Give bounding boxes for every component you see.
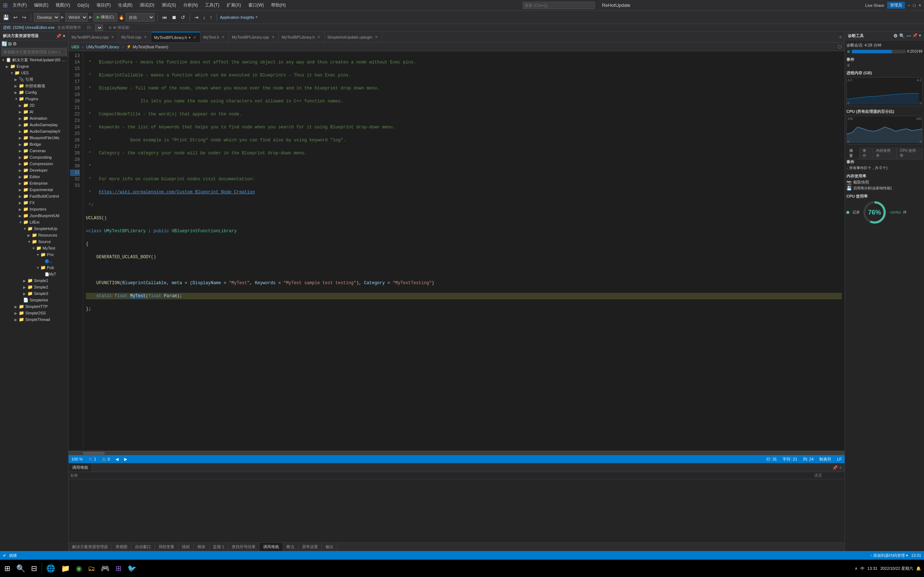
bottom-tab-callstack[interactable]: 调用堆栈 [260, 543, 283, 551]
menu-build[interactable]: 生成(B) [116, 2, 135, 9]
auto-select[interactable]: 自动 [126, 13, 155, 22]
sidebar-item-jsonbp[interactable]: ▶ 📁 JsonBlueprintUtil [0, 213, 68, 219]
tab-close-icon[interactable]: × [192, 35, 197, 40]
sidebar-item-resources[interactable]: ▶ 📁 Resources [0, 232, 68, 239]
tab-overflow-icon[interactable]: ≡ [839, 35, 842, 40]
panel-close-icon[interactable]: × [839, 465, 842, 470]
diag-more-icon[interactable]: ⋯ [906, 33, 911, 39]
menu-test[interactable]: 测试(S) [160, 2, 178, 9]
tab-close-icon[interactable]: × [374, 35, 379, 40]
panel-tab-callstack[interactable]: 调用堆栈 [69, 463, 92, 472]
min-btn[interactable]: − [908, 3, 910, 8]
taskbar-explorer-icon[interactable]: 📁 [60, 562, 71, 574]
diag-tab-memory[interactable]: 内存使用率 [873, 148, 897, 159]
sidebar-item-priv[interactable]: ▼ 📁 Priv [0, 251, 68, 258]
mem-heap-btn[interactable]: 启用堆分析(会影响性能) [853, 186, 892, 191]
menu-analyze[interactable]: 分析(N) [181, 2, 200, 9]
menu-view[interactable]: 视图(V) [53, 2, 72, 9]
branch-select[interactable]: Develop [34, 13, 60, 22]
search-taskbar-icon[interactable]: 🔍 [15, 562, 27, 574]
close-btn[interactable]: × [919, 3, 921, 8]
sidebar-item-simple2[interactable]: ▶ 📁 Simple2 [0, 284, 68, 290]
mem-snapshot-row[interactable]: 📷 截取快照 [846, 180, 922, 185]
sidebar-item-experimental[interactable]: ▶ 📁 Experimental [0, 187, 68, 193]
sidebar-search-input[interactable] [2, 48, 67, 56]
tab-mytestbp-h[interactable]: MyTestBPLibrary.h ● × [151, 32, 201, 42]
diag-close-icon[interactable]: × [919, 33, 921, 39]
diag-tab-cpu[interactable]: CPU 使用率 [897, 148, 922, 159]
live-share-btn[interactable]: Live Share [865, 3, 884, 8]
mem-snapshot-btn[interactable]: 截取快照 [853, 180, 869, 185]
sidebar-item-pub[interactable]: ▼ 📁 Pub [0, 264, 68, 271]
toolbar-stop-icon[interactable]: ⏹ [170, 14, 178, 21]
sidebar-item-fx[interactable]: ▶ 📁 FX [0, 200, 68, 206]
taskbar-ue-icon[interactable]: 🎮 [99, 562, 111, 574]
tab-close-icon[interactable]: × [221, 35, 226, 40]
sidebar-item-priv-items[interactable]: 🔵 ... [0, 258, 68, 264]
menu-tools[interactable]: 工具(T) [203, 2, 221, 9]
bottom-tab-output[interactable]: 输出 [322, 543, 338, 551]
add-to-source-btn[interactable]: ↑ 添加到源代码管理 ▾ [870, 553, 908, 558]
sidebar-item-ai[interactable]: ▶ 📁 AI [0, 108, 68, 115]
diag-pause-btn[interactable]: ⏸ [846, 63, 850, 68]
taskbar-folder-icon[interactable]: 🗂 [86, 563, 96, 574]
tab-close-icon[interactable]: × [316, 35, 321, 40]
diag-tab-summary[interactable]: 摘要 [846, 148, 860, 159]
taskbar-edge-icon[interactable]: 🌐 [45, 562, 57, 574]
sidebar-item-audiogameplay[interactable]: ▶ 📁 AudioGameplay [0, 121, 68, 128]
editor-scrollbar-h[interactable] [69, 451, 845, 455]
menu-edit[interactable]: 编辑(E) [32, 2, 50, 9]
sidebar-item-pub-sub[interactable]: 📄 MyT [0, 271, 68, 277]
global-search-input[interactable] [523, 2, 595, 9]
toolbar-undo-icon[interactable]: ↩ [12, 14, 19, 21]
diag-pin-icon[interactable]: 📌 [913, 33, 918, 39]
toolbar-play-icon[interactable]: ⏮ [161, 14, 168, 21]
bottom-tab-classview[interactable]: 类视图 [112, 543, 131, 551]
sidebar-item-ref[interactable]: ▶ 📎 引用 [0, 76, 68, 82]
sidebar-item-source[interactable]: ▼ 📁 Source [0, 239, 68, 245]
sidebar-item-simplethread[interactable]: ▶ 📁 SimpleThread [0, 316, 68, 323]
bottom-tab-exceptions[interactable]: 异常设置 [299, 543, 322, 551]
sidebar-item-lifei[interactable]: ▼ 📁 LifEei [0, 219, 68, 226]
toolbar-restart-icon[interactable]: ↺ [179, 14, 187, 21]
tab-close-icon[interactable]: × [143, 35, 148, 40]
tab-mytestbp-cpp2[interactable]: MyTestBPLibrary.cpp × [229, 32, 279, 42]
toolbar-redo-icon[interactable]: ↪ [21, 14, 28, 21]
sidebar-item-simple1[interactable]: ▶ 📁 Simple1 [0, 277, 68, 284]
toolbar-into-icon[interactable]: ↓ [201, 14, 207, 21]
platform-select[interactable]: Win64 [65, 13, 88, 22]
max-btn[interactable]: □ [913, 3, 916, 8]
bottom-tab-watch[interactable]: 监视 1 [209, 543, 228, 551]
toolbar-out-icon[interactable]: ↑ [208, 14, 214, 21]
sidebar-item-simplehttp[interactable]: ▶ 📁 SimpleHTTP [0, 303, 68, 310]
sidebar-item-simplehot[interactable]: 📄 SimpleHot [0, 297, 68, 303]
start-icon[interactable]: ⊞ [3, 562, 12, 574]
sidebar-item-enterprise[interactable]: ▶ 📁 Enterprise [0, 180, 68, 187]
sidebar-item-cameras[interactable]: ▶ 📁 Cameras [0, 148, 68, 154]
sidebar-item-mytest[interactable]: ▼ 📁 MyTest [0, 245, 68, 251]
sidebar-options-icon[interactable]: ⚙ [13, 41, 17, 47]
tab-mytestbp-h2[interactable]: MyTestBPLibrary.h × [279, 32, 325, 42]
tab-mytest-h[interactable]: MyTest.h × [200, 32, 229, 42]
sidebar-close-icon[interactable]: × [63, 34, 65, 39]
progress-select[interactable] [95, 24, 103, 31]
menu-git[interactable]: Git(G) [75, 2, 91, 9]
sidebar-sync-icon[interactable]: 🔄 [2, 41, 7, 47]
bottom-tab-auto[interactable]: 自动窗口 [131, 543, 155, 551]
sidebar-pin-icon[interactable]: 📌 [56, 34, 61, 39]
sidebar-solution-root[interactable]: ▼ 📋 解决方案 'ReHotUpdate'(65 个... [0, 56, 68, 63]
taskbar-chrome-icon[interactable]: ◉ [74, 562, 83, 574]
mem-heap-row[interactable]: 💾 启用堆分析(会影响性能) [846, 186, 922, 191]
bottom-tab-solution[interactable]: 解决方案资源管理器 [69, 543, 112, 551]
bottom-tab-findsym[interactable]: 查找符号结果 [228, 543, 260, 551]
sidebar-item-extdep[interactable]: ▶ 📁 外部依赖项 [0, 82, 68, 89]
sidebar-item-bridge[interactable]: ▶ 📁 Bridge [0, 141, 68, 148]
sidebar-item-simpleoss[interactable]: ▶ 📁 SimpleOSS [0, 310, 68, 316]
editor-split-icon[interactable]: ⬡ [838, 44, 842, 49]
bottom-tab-modules[interactable]: 模块 [194, 543, 209, 551]
sidebar-item-plugins[interactable]: ▼ 📁 Plugins [0, 95, 68, 102]
sidebar-item-animation[interactable]: ▶ 📁 Animation [0, 115, 68, 121]
sidebar-item-compression[interactable]: ▶ 📁 Compression [0, 161, 68, 167]
menu-window[interactable]: 窗口(W) [246, 2, 266, 9]
diag-tab-events[interactable]: 事件 [860, 148, 873, 159]
